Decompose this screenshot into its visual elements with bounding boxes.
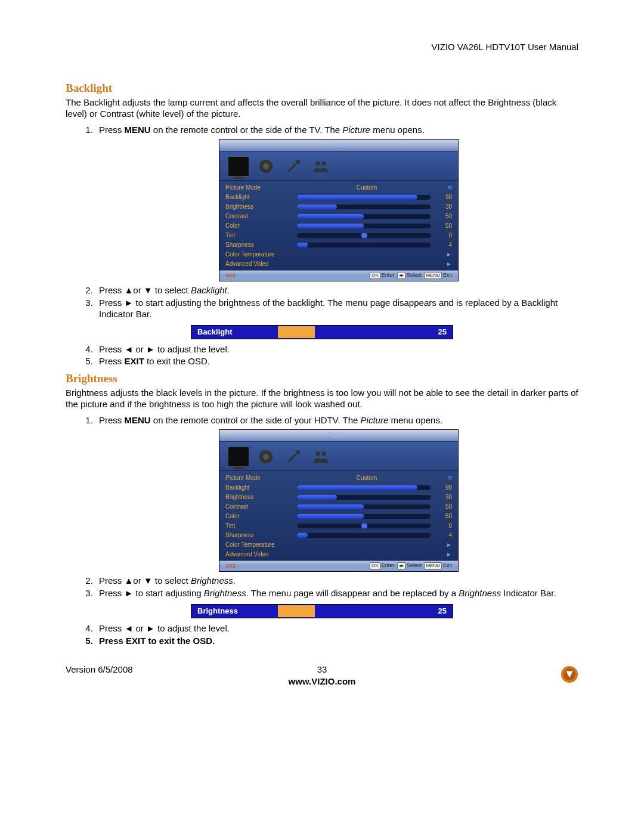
osd-title: Picture: [219, 430, 458, 442]
brightness-step-4: Press ◄ or ► to adjust the level.: [95, 623, 578, 634]
osd-row-backlight: Backlight 90: [225, 193, 452, 202]
osd-row-contrast: Contrast 50: [225, 212, 452, 221]
svg-point-7: [296, 450, 301, 455]
osd-picture-menu: Picture: [99, 429, 578, 572]
svg-point-1: [263, 163, 269, 169]
osd-tab-icons: [219, 151, 458, 181]
section-heading-brightness: Brightness: [66, 372, 578, 385]
svg-point-8: [315, 452, 320, 457]
chevron-right-icon: ►: [436, 251, 452, 259]
brightness-step-2: Press ▲or ▼ to select Brightness.: [95, 575, 578, 587]
osd-row-brightness: Brightness 30: [225, 202, 452, 212]
osd-picture-menu: Picture: [99, 139, 578, 281]
backlight-step-5: Press EXIT to exit the OSD.: [95, 356, 578, 367]
svg-point-9: [321, 452, 326, 457]
backlight-step-3: Press ► to start adjusting the brightnes…: [95, 298, 578, 320]
brightness-steps: Press MENU on the remote control or the …: [83, 415, 578, 599]
header-manual-name: VIZIO VA26L HDTV10T User Manual: [66, 42, 578, 52]
osd-tab-icons: [219, 442, 458, 471]
brightness-step-3: Press ► to start adjusting Brightness. T…: [95, 588, 578, 599]
osd-row-color: Color 50: [225, 221, 452, 231]
brightness-indicator-bar: Brightness 25: [66, 604, 578, 618]
brightness-step-1: Press MENU on the remote control or the …: [95, 415, 578, 572]
svg-point-4: [321, 162, 326, 166]
backlight-description: The Backlight adjusts the lamp current a…: [66, 97, 578, 120]
osd-row-picture-mode: Picture Mode Custom ⟲: [225, 183, 452, 193]
backlight-step-1: Press MENU on the remote control or the …: [95, 125, 578, 282]
osd-footer: AV2 OKEnter ◂▸Select MENUExit: [219, 270, 458, 281]
backlight-step-4: Press ◄ or ► to adjust the level.: [95, 344, 578, 355]
manual-page: VIZIO VA26L HDTV10T User Manual Backligh…: [0, 0, 644, 718]
people-icon: [310, 157, 332, 175]
footer-page-number: 33: [317, 664, 327, 674]
tools-icon: [283, 157, 304, 175]
backlight-indicator-bar: Backlight 25: [66, 325, 578, 339]
speaker-icon: [255, 448, 277, 466]
tools-icon: [283, 448, 304, 466]
backlight-step-2: Press ▲or ▼ to select Backlight.: [95, 285, 578, 296]
osd-row-tint: Tint 0: [225, 231, 452, 240]
svg-point-2: [296, 160, 301, 165]
section-heading-backlight: Backlight: [66, 82, 578, 95]
osd-row-color-temp: Color Temperature ►: [225, 250, 452, 259]
page-footer: Version 6/5/2008 33 www.VIZIO.com: [66, 664, 578, 694]
backlight-steps: Press MENU on the remote control or the …: [83, 125, 578, 320]
arrow-icon: ⟲: [436, 184, 452, 192]
people-icon: [310, 448, 332, 466]
brightness-description: Brightness adjusts the black levels in t…: [66, 388, 578, 410]
chevron-right-icon: ►: [436, 261, 452, 268]
footer-version: Version 6/5/2008: [66, 664, 133, 674]
backlight-steps-cont: Press ◄ or ► to adjust the level. Press …: [83, 344, 578, 368]
svg-point-3: [315, 162, 320, 166]
speaker-icon: [255, 157, 277, 175]
svg-point-6: [263, 454, 269, 460]
osd-row-sharpness: Sharpness 4: [225, 240, 452, 250]
vizio-logo-icon: [561, 665, 578, 683]
tv-icon: [228, 448, 249, 466]
footer-url: www.VIZIO.com: [289, 676, 356, 686]
osd-title: Picture: [219, 140, 458, 151]
brightness-step-5: Press EXIT to exit the OSD.: [95, 636, 578, 647]
osd-row-advanced-video: Advanced Video ►: [225, 259, 452, 269]
tv-icon: [228, 157, 249, 175]
brightness-steps-cont: Press ◄ or ► to adjust the level. Press …: [83, 623, 578, 647]
